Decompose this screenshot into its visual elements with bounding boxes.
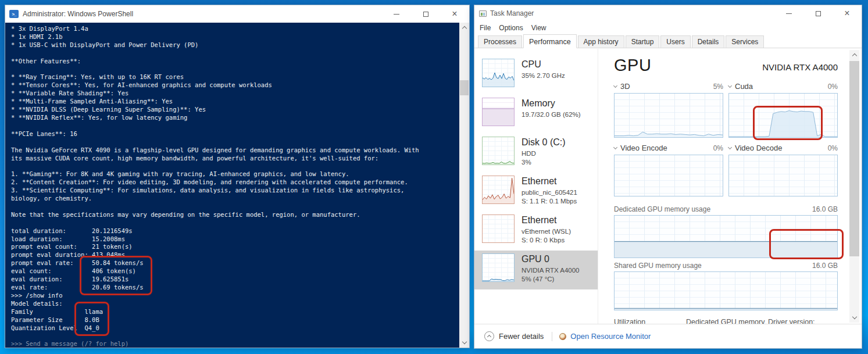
close-button[interactable]: × [440,5,469,23]
console-scrollbar[interactable] [459,23,469,348]
tab-bar: Processes Performance App history Startu… [474,34,862,48]
chart-value: 0% [828,83,838,91]
scroll-down-icon[interactable] [849,313,859,323]
chart-header-video-encode[interactable]: Video Encode 0% [614,144,723,152]
utilization-label: Utilization [614,318,645,324]
console-line: total duration: 20.1216549s [11,227,459,235]
menu-file[interactable]: File [480,24,491,32]
scrollbar-thumb[interactable] [849,61,859,256]
console-line: biology, or chemistry. [11,195,459,203]
menu-options[interactable]: Options [499,24,523,32]
fewer-details-button[interactable]: Fewer details [499,332,544,341]
scroll-up-icon[interactable] [849,50,859,60]
menu-bar: File Options View [474,22,862,34]
sidebar-item-ethernet-public[interactable]: Ethernet public_nic_605421 S: 1.1 R: 0.1… [474,173,598,212]
gpu-mini-chart [482,253,515,282]
chart-value: 5% [713,83,723,91]
tab-details[interactable]: Details [692,35,725,48]
resource-monitor-icon [559,333,566,340]
chart-header-video-decode[interactable]: Video Decode 0% [728,144,838,152]
sidebar-item-cpu[interactable]: CPU 35% 2.70 GHz [474,56,598,95]
console-line [11,122,459,130]
task-manager-icon [479,10,487,17]
console-line: Model details: [11,300,459,308]
console-line: **Other Features**: [11,58,459,66]
console-line: 3. **Scientific Computing**: For simulat… [11,187,459,195]
sidebar-item-title: Ethernet [521,214,571,226]
console-line: prompt eval rate: 50.84 tokens/s [11,259,459,267]
close-button[interactable]: × [833,5,862,22]
chevron-down-icon [728,145,732,149]
cpu-mini-chart [482,59,515,87]
console-line: * **NVIDIA DLSS (Deep Learning Super Sam… [11,106,459,114]
sidebar-item-sub: NVIDIA RTX A4000 [521,266,580,275]
sidebar-item-sub: S: 1.1 R: 0.1 Mbps [521,197,577,206]
sidebar-item-gpu0[interactable]: GPU 0 NVIDIA RTX A4000 5% (47 °C) [474,251,598,289]
sidebar-item-sub: HDD [521,149,566,158]
maximize-button[interactable] [411,5,440,23]
tab-services[interactable]: Services [726,35,764,48]
chevron-down-icon [728,83,732,87]
console-line [11,203,459,211]
open-resource-monitor-link[interactable]: Open Resource Monitor [570,332,651,341]
powershell-console[interactable]: * 3x DisplayPort 1.4a* 1x HDMI 2.1b* 1x … [5,23,469,348]
console-line: Note that the specifications may vary de… [11,211,459,219]
chart-header-3d[interactable]: 3D 5% [614,82,723,91]
chart-label: 3D [620,82,630,91]
memory-mini-chart [482,98,515,126]
dedicated-gpu-memory-label: Dedicated GPU memory [686,318,765,324]
sidebar-item-ethernet-wsl[interactable]: Ethernet vEthernet (WSL) S: 0 R: 0 Kbps [474,212,598,251]
gpu-model-name: NVIDIA RTX A4000 [762,62,838,74]
sidebar-item-sub: vEthernet (WSL) [521,227,571,236]
console-line: * 1x HDMI 2.1b [11,33,459,41]
close-icon: × [452,9,457,19]
console-line: eval rate: 20.69 tokens/s [11,284,459,292]
scroll-down-icon[interactable] [459,338,469,348]
console-line [11,49,459,58]
task-manager-window: Task Manager × File Options View Process… [474,5,862,349]
console-line: * **Ray Tracing**: Yes, with up to 16K R… [11,73,459,81]
console-line: its massive CUDA core count, high memory… [11,155,459,163]
sidebar-item-title: GPU 0 [521,253,580,265]
minimize-icon [394,14,399,15]
task-manager-titlebar[interactable]: Task Manager × [474,5,862,22]
powershell-titlebar[interactable]: >_ Administrator: Windows PowerShell × [5,5,469,23]
chevron-down-icon [613,83,617,87]
chevron-down-icon [613,145,617,149]
sidebar-item-memory[interactable]: Memory 19.7/32.0 GB (62%) [474,95,598,134]
tab-processes[interactable]: Processes [478,35,522,48]
console-line: * **NVIDIA Reflex**: Yes, for low latenc… [11,114,459,122]
chart-header-cuda[interactable]: Cuda 0% [728,82,838,91]
console-line: load duration: 15.2008ms [11,235,459,244]
console-line [11,138,459,146]
scrollbar-thumb[interactable] [460,80,469,95]
menu-view[interactable]: View [531,24,546,32]
sidebar-item-disk[interactable]: Disk 0 (C:) HDD 3% [474,134,598,173]
console-line: 2. **Content Creation**: For video editi… [11,178,459,187]
panel-scrollbar[interactable] [849,50,859,323]
sidebar-item-sub: S: 0 R: 0 Kbps [521,236,571,245]
sidebar-item-sub: 19.7/32.0 GB (62%) [521,110,581,119]
tab-users[interactable]: Users [660,35,690,48]
gpu-cuda-chart [728,93,838,138]
sidebar-item-sub: 35% 2.70 GHz [521,71,565,80]
chart-value: 0% [828,144,838,152]
tab-startup[interactable]: Startup [626,35,660,48]
ethernet-mini-chart [482,176,515,204]
console-line: Family llama [11,308,459,316]
maximize-button[interactable] [803,5,833,22]
console-line: eval duration: 19.625851s [11,276,459,284]
console-line: prompt eval duration: 413.048ms [11,251,459,259]
tab-app-history[interactable]: App history [578,35,624,48]
tab-performance[interactable]: Performance [523,34,577,48]
scroll-up-icon[interactable] [459,23,469,33]
powershell-icon: >_ [9,10,19,18]
dedicated-memory-max: 16.0 GB [812,205,838,213]
console-line: * 3x DisplayPort 1.4a [11,25,459,33]
gpu-3d-chart [614,93,723,138]
minimize-button[interactable] [382,5,411,23]
minimize-button[interactable] [774,5,803,22]
powershell-title: Administrator: Windows PowerShell [23,10,382,18]
console-line: 1. **Gaming**: For 8K and 4K gaming with… [11,170,459,178]
console-line [11,66,459,74]
